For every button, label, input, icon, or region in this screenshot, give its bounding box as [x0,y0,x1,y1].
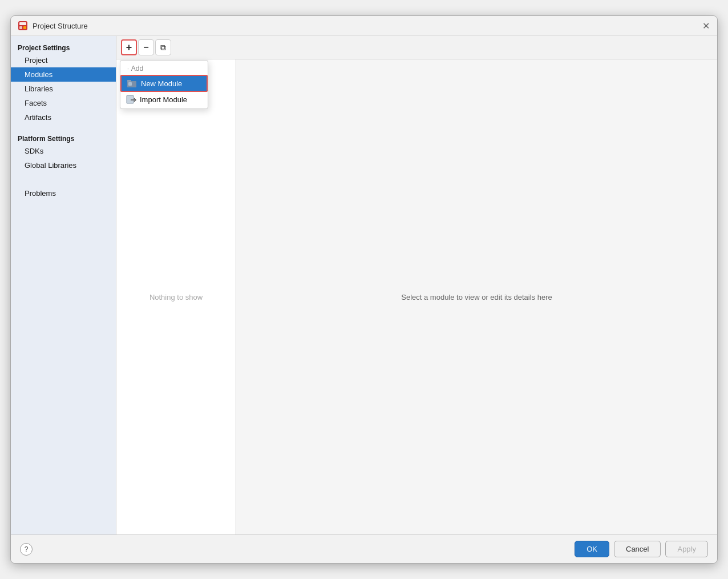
dialog-footer: ? OK Cancel Apply [11,534,717,563]
detail-hint-text: Select a module to view or edit its deta… [401,293,552,301]
minus-icon: − [143,42,148,53]
svg-rect-2 [19,26,22,29]
footer-left: ? [20,543,33,556]
svg-rect-7 [127,95,134,103]
sidebar-item-modules[interactable]: Modules [11,67,116,82]
sidebar-separator [11,124,116,131]
svg-rect-1 [19,22,26,25]
sidebar-item-sdks[interactable]: SDKs [11,144,116,158]
project-settings-header: Project Settings [11,41,116,53]
close-button[interactable]: ✕ [701,21,710,30]
folder-module-icon [127,79,137,88]
content-split: Nothing to show Select a module to view … [116,59,717,534]
empty-modules-text: Nothing to show [149,293,203,301]
svg-rect-5 [127,80,131,82]
copy-button[interactable]: ⧉ [155,39,171,55]
sidebar-item-global-libraries[interactable]: Global Libraries [11,158,116,172]
add-dropdown-menu: · Add New Module [120,60,208,109]
sidebar: Project Settings Project Modules Librari… [11,36,116,534]
detail-panel: Select a module to view or edit its deta… [236,59,717,534]
platform-settings-header: Platform Settings [11,131,116,144]
plus-icon: + [126,42,132,53]
sidebar-item-problems[interactable]: Problems [11,186,116,200]
remove-button[interactable]: − [138,39,154,55]
import-icon [126,95,136,104]
main-area: + − ⧉ · Add [116,36,717,534]
import-module-item[interactable]: Import Module [120,92,208,107]
project-structure-dialog: Project Structure ✕ Project Settings Pro… [10,15,718,564]
footer-right: OK Cancel Apply [575,541,708,557]
cancel-button[interactable]: Cancel [614,541,661,557]
title-bar: Project Structure ✕ [11,16,717,36]
modules-panel: Nothing to show [116,59,236,534]
sidebar-item-project[interactable]: Project [11,53,116,67]
help-button[interactable]: ? [20,543,33,556]
add-button[interactable]: + [121,39,137,55]
svg-rect-3 [23,26,26,29]
dot-icon: · [127,66,129,72]
dialog-title: Project Structure [33,22,697,30]
dropdown-header: · Add [120,62,208,75]
sidebar-item-facets[interactable]: Facets [11,96,116,110]
ok-button[interactable]: OK [575,541,609,557]
new-module-label: New Module [141,79,182,88]
sidebar-item-artifacts[interactable]: Artifacts [11,110,116,124]
copy-icon: ⧉ [160,43,166,53]
toolbar: + − ⧉ · Add [116,36,717,59]
apply-button[interactable]: Apply [665,541,708,557]
import-module-label: Import Module [140,95,187,104]
new-module-item[interactable]: New Module [120,75,208,92]
sidebar-item-libraries[interactable]: Libraries [11,82,116,96]
sidebar-separator-3 [11,179,116,186]
sidebar-separator-2 [11,172,116,179]
app-icon [18,21,28,31]
dialog-body: Project Settings Project Modules Librari… [11,36,717,534]
svg-rect-6 [128,82,132,86]
